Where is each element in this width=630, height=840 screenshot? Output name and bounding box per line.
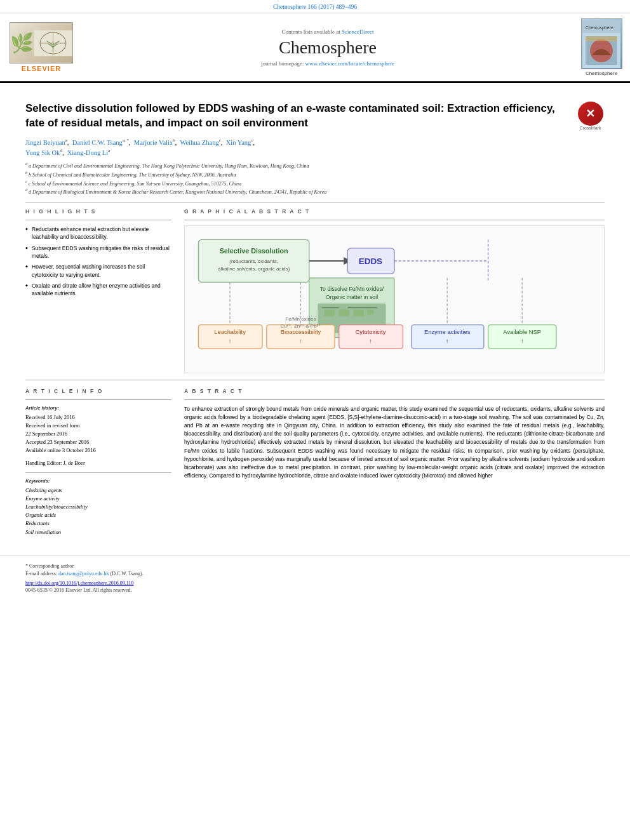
- svg-text:Chemosphere: Chemosphere: [586, 25, 613, 30]
- highlights-graphical-section: H I G H L I G H T S Reductants enhance m…: [25, 208, 605, 373]
- crossmark-icon: ✕: [578, 102, 603, 126]
- svg-text:Cu²⁺, Zn²⁺ & Pb²⁺: Cu²⁺, Zn²⁺ & Pb²⁺: [281, 323, 321, 329]
- author-yang[interactable]: Xin Yang: [226, 138, 251, 145]
- received-revised-label: Received in revised form: [25, 422, 171, 430]
- affiliations: a a Department of Civil and Environmenta…: [25, 161, 605, 196]
- affiliation-d: d d Department of Biological Environment…: [25, 187, 605, 196]
- elsevier-logo-image: [10, 22, 73, 63]
- svg-rect-23: [325, 309, 335, 316]
- article-title: Selective dissolution followed by EDDS w…: [25, 102, 605, 131]
- abstract-text: To enhance extraction of strongly bound …: [184, 405, 605, 481]
- contents-available: Contents lists available at ScienceDirec…: [83, 29, 573, 35]
- article-info-header: A R T I C L E I N F O: [25, 388, 171, 394]
- journal-header: ELSEVIER Contents lists available at Sci…: [0, 13, 630, 83]
- journal-homepage: journal homepage: www.elsevier.com/locat…: [83, 60, 573, 67]
- svg-rect-9: [586, 36, 617, 41]
- author-valix[interactable]: Marjorie Valix: [134, 138, 173, 145]
- email-note: E-mail address: dan.tsang@polyu.edu.hk (…: [25, 570, 605, 578]
- accepted-date: Accepted 23 September 2016: [25, 438, 171, 446]
- article-history-label: Article history:: [25, 405, 171, 411]
- crossmark-label: CrossMark: [580, 126, 601, 130]
- affiliation-b: b b School of Chemical and Biomolecular …: [25, 170, 605, 179]
- graphical-abstract-column: G R A P H I C A L A B S T R A C T Select…: [184, 208, 605, 373]
- svg-text:(reductants, oxidants,: (reductants, oxidants,: [229, 258, 278, 264]
- crossmark-badge[interactable]: ✕ CrossMark: [576, 102, 605, 130]
- main-content: Selective dissolution followed by EDDS w…: [0, 83, 630, 537]
- journal-thumbnail: Chemosphere Chemosphere: [579, 18, 624, 76]
- divider-ga: [184, 220, 605, 220]
- svg-text:Available NSP: Available NSP: [503, 328, 541, 335]
- journal-ref-bar: Chemosphere 166 (2017) 489–496: [0, 0, 630, 13]
- article-info: A R T I C L E I N F O Article history: R…: [25, 388, 171, 537]
- footer: * Corresponding author. E-mail address: …: [0, 556, 630, 599]
- highlights-column: H I G H L I G H T S Reductants enhance m…: [25, 208, 171, 373]
- svg-text:↑: ↑: [521, 337, 524, 344]
- divider-2: [25, 380, 605, 380]
- elsevier-label: ELSEVIER: [22, 65, 61, 72]
- revised-date: 22 September 2016: [25, 430, 171, 438]
- article-info-abstract-section: A R T I C L E I N F O Article history: R…: [25, 388, 605, 537]
- affiliation-c: c c School of Environmental Science and …: [25, 179, 605, 188]
- authors-line: Jingzi Beiyuana, Daniel C.W. Tsanga, *, …: [25, 137, 605, 158]
- abstract-column: A B S T R A C T To enhance extraction of…: [184, 388, 605, 537]
- divider-1: [25, 203, 605, 203]
- author-beiyuan[interactable]: Jingzi Beiyuan: [25, 138, 65, 145]
- svg-text:↑: ↑: [369, 337, 372, 344]
- homepage-link[interactable]: www.elsevier.com/locate/chemosphere: [305, 60, 394, 67]
- author-li[interactable]: Xiang-Dong Li: [67, 149, 108, 156]
- keyword-1: Chelating agents: [25, 486, 171, 495]
- divider-info: [25, 399, 171, 400]
- copyright-line: 0045-6535/© 2016 Elsevier Ltd. All right…: [25, 587, 605, 593]
- journal-ref-text: Chemosphere 166 (2017) 489–496: [273, 4, 357, 10]
- journal-center: Contents lists available at ScienceDirec…: [76, 29, 579, 67]
- elsevier-logo: ELSEVIER: [6, 22, 76, 72]
- keyword-4: Organic acids: [25, 511, 171, 519]
- keyword-5: Reductants: [25, 519, 171, 528]
- svg-rect-24: [339, 309, 349, 316]
- email-link[interactable]: dan.tsang@polyu.edu.hk: [58, 571, 109, 577]
- svg-text:Selective Dissolution: Selective Dissolution: [220, 247, 288, 255]
- highlights-header: H I G H L I G H T S: [25, 208, 171, 215]
- svg-text:alkaline solvents, organic aci: alkaline solvents, organic acids): [218, 266, 290, 272]
- article-dates: Received 16 July 2016 Received in revise…: [25, 413, 171, 455]
- svg-text:To dissolve Fe/Mn oxides/: To dissolve Fe/Mn oxides/: [320, 286, 384, 292]
- svg-rect-26: [367, 309, 374, 314]
- divider-abstract: [184, 399, 605, 400]
- highlight-item-4: Oxalate and citrate allow higher enzyme …: [25, 282, 171, 298]
- received-date: Received 16 July 2016: [25, 413, 171, 422]
- author-ok[interactable]: Yong Sik Ok: [25, 149, 60, 156]
- author-tsang[interactable]: Daniel C.W. Tsang: [72, 138, 123, 145]
- graphical-abstract-header: G R A P H I C A L A B S T R A C T: [184, 208, 605, 215]
- svg-text:↑: ↑: [299, 337, 302, 344]
- highlight-item-2: Subsequent EDDS washing mitigates the ri…: [25, 244, 171, 260]
- divider-keywords: [25, 472, 171, 473]
- svg-text:Leachability: Leachability: [214, 328, 246, 335]
- keyword-3: Leachability/bioaccessibility: [25, 503, 171, 511]
- divider-highlights: [25, 220, 171, 220]
- svg-text:↑: ↑: [446, 337, 449, 344]
- svg-rect-25: [354, 309, 364, 316]
- doi-link[interactable]: http://dx.doi.org/10.1016/j.chemosphere.…: [25, 580, 133, 586]
- graphical-abstract-svg: Selective Dissolution (reductants, oxida…: [190, 231, 599, 368]
- highlight-item-3: However, sequential washing increases th…: [25, 263, 171, 279]
- author-zhang[interactable]: Weihua Zhang: [180, 138, 218, 145]
- keyword-2: Enzyme activity: [25, 495, 171, 503]
- keyword-6: Soil remediation: [25, 528, 171, 537]
- keywords-list: Chelating agents Enzyme activity Leachab…: [25, 486, 171, 537]
- handling-editor: Handling Editor: J. de Boer: [25, 459, 171, 467]
- svg-text:Bioaccessibility: Bioaccessibility: [281, 328, 321, 335]
- journal-cover-image: Chemosphere: [581, 18, 622, 69]
- abstract-header: A B S T R A C T: [184, 388, 605, 394]
- svg-text:Enzyme activities: Enzyme activities: [424, 328, 471, 335]
- svg-text:Organic matter in soil: Organic matter in soil: [326, 294, 378, 300]
- graphical-abstract-box: Selective Dissolution (reductants, oxida…: [184, 225, 605, 373]
- keywords-label: Keywords:: [25, 478, 171, 484]
- journal-thumb-label: Chemosphere: [586, 70, 617, 76]
- highlights-list: Reductants enhance metal extraction but …: [25, 225, 171, 298]
- corresponding-author-note: * Corresponding author.: [25, 563, 605, 570]
- available-date: Available online 3 October 2016: [25, 446, 171, 455]
- journal-name-display: Chemosphere: [83, 37, 573, 58]
- affiliation-a: a a Department of Civil and Environmenta…: [25, 161, 605, 170]
- sciencedirect-link[interactable]: ScienceDirect: [342, 29, 373, 35]
- highlight-item-1: Reductants enhance metal extraction but …: [25, 225, 171, 241]
